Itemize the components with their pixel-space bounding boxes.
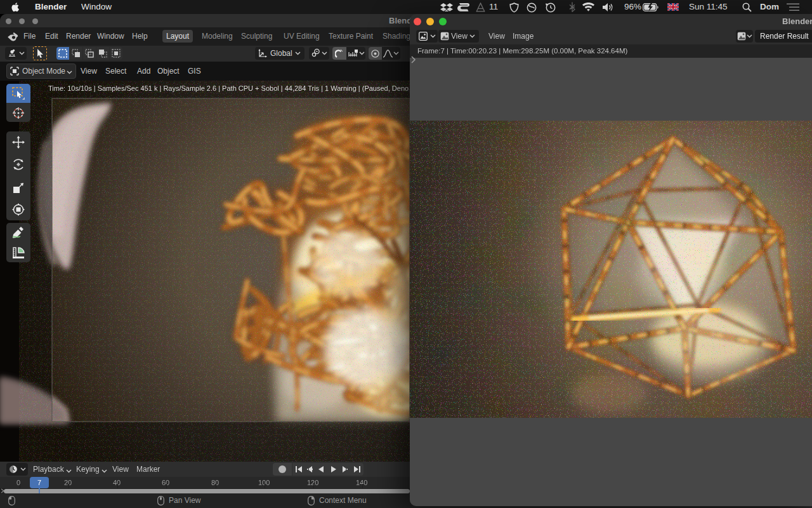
svg-text:Time: 10s/10s | Samples/Sec 45: Time: 10s/10s | Samples/Sec 451 k | Rays… [48,84,409,92]
